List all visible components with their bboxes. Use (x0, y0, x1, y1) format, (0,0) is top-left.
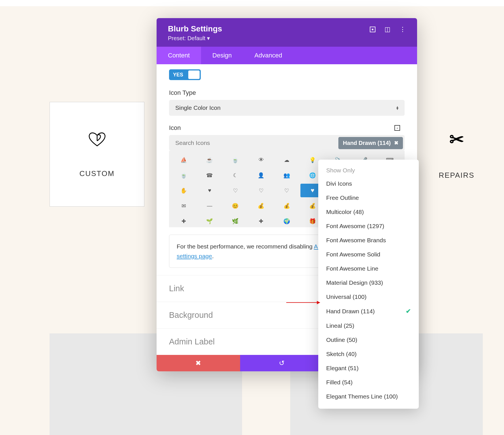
filter-option[interactable]: Filled (54) (318, 375, 419, 389)
icon-option[interactable]: 💰 (275, 199, 299, 213)
dropdown-header: Show Only (318, 164, 419, 177)
icon-option[interactable]: ✉ (172, 199, 196, 213)
icon-option[interactable]: 🌍 (275, 214, 299, 227)
blurb-settings-modal: Blurb Settings Preset: Default ▾ ▪ ◫ ⋮ C… (157, 18, 417, 371)
icon-option[interactable]: ♡ (249, 184, 273, 197)
tab-advanced[interactable]: Advanced (243, 47, 294, 64)
icon-search-row: Hand Drawn (114) ✖ (169, 135, 405, 151)
expand-icon[interactable]: ▪ (370, 26, 375, 33)
icon-option[interactable]: ♥ (198, 184, 222, 197)
filter-option[interactable]: Divi Icons (318, 177, 419, 191)
preview-card-custom: CUSTOM (50, 102, 144, 207)
filter-option[interactable]: Font Awesome Brands (318, 233, 419, 247)
more-icon[interactable]: ⋮ (400, 26, 406, 33)
check-icon: ✔ (406, 308, 411, 315)
icon-option[interactable]: — (198, 199, 222, 213)
select-arrows-icon: ▴▾ (396, 106, 398, 110)
icon-option[interactable]: ✋ (172, 184, 196, 197)
icon-type-label: Icon Type (157, 83, 417, 100)
icon-option[interactable]: ✚ (172, 214, 196, 227)
columns-icon[interactable]: ◫ (385, 26, 390, 33)
card-label: CUSTOM (79, 169, 114, 178)
icon-option[interactable]: 😊 (223, 199, 247, 213)
heart-leaf-icon (86, 130, 108, 148)
icon-option[interactable]: 🌿 (223, 214, 247, 227)
icon-option[interactable]: ♡ (223, 184, 247, 197)
preview-card-repairs: ✂ REPAIRS (409, 102, 504, 207)
icon-option[interactable]: ☕ (198, 153, 222, 167)
icon-option[interactable]: 👁 (249, 153, 273, 167)
filter-option[interactable]: Material Design (933) (318, 276, 419, 290)
icon-option[interactable]: 👥 (275, 168, 299, 182)
tab-content[interactable]: Content (157, 47, 201, 64)
icon-option[interactable]: ♡ (275, 184, 299, 197)
filter-dropdown: Show Only Divi IconsFree OutlineMulticol… (318, 160, 419, 409)
icon-option[interactable]: ⛵ (172, 153, 196, 167)
undo-button[interactable]: ↺ (240, 355, 324, 371)
preset-selector[interactable]: Preset: Default ▾ (168, 35, 222, 42)
icon-option[interactable]: ☎ (198, 168, 222, 182)
icon-option[interactable]: 🍵 (223, 153, 247, 167)
toggle-knob (188, 70, 200, 79)
card-label: REPAIRS (439, 171, 474, 180)
icon-option[interactable]: 🍵 (172, 168, 196, 182)
filter-option[interactable]: Universal (100) (318, 290, 419, 304)
modal-header: Blurb Settings Preset: Default ▾ ▪ ◫ ⋮ (157, 18, 417, 47)
icon-option[interactable]: 👤 (249, 168, 273, 182)
filter-chip-hand-drawn[interactable]: Hand Drawn (114) ✖ (338, 137, 403, 149)
close-icon[interactable]: ✖ (394, 140, 398, 146)
yes-toggle[interactable]: YES (169, 69, 201, 80)
scissors-icon: ✂ (449, 129, 464, 150)
filter-option[interactable]: Lineal (25) (318, 319, 419, 333)
filter-option[interactable]: Font Awesome Line (318, 262, 419, 276)
filter-option[interactable]: Hand Drawn (114)✔ (318, 304, 419, 319)
modal-title: Blurb Settings (168, 24, 222, 33)
filter-option[interactable]: Outline (50) (318, 333, 419, 347)
icon-option[interactable]: ✚ (249, 214, 273, 227)
filter-option[interactable]: Font Awesome Solid (318, 247, 419, 262)
filter-option[interactable]: Free Outline (318, 191, 419, 205)
expand-icon[interactable]: ▪ (394, 125, 400, 131)
filter-option[interactable]: Multicolor (48) (318, 205, 419, 219)
tab-design[interactable]: Design (201, 47, 243, 64)
icon-label: Icon (169, 124, 181, 132)
icon-type-select[interactable]: Single Color Icon ▴▾ (169, 100, 405, 116)
filter-option[interactable]: Elegant (51) (318, 361, 419, 375)
search-icons-input[interactable] (169, 135, 337, 151)
cancel-button[interactable]: ✖ (157, 355, 240, 371)
icon-option[interactable]: ☾ (223, 168, 247, 182)
annotation-arrow (286, 302, 320, 303)
icon-option[interactable]: 💰 (249, 199, 273, 213)
icon-option[interactable]: ☁ (275, 153, 299, 167)
filter-option[interactable]: Elegant Themes Line (100) (318, 389, 419, 404)
filter-option[interactable]: Sketch (40) (318, 347, 419, 361)
filter-option[interactable]: Font Awesome (1297) (318, 219, 419, 233)
icon-option[interactable]: 🌱 (198, 214, 222, 227)
tabs: Content Design Advanced (157, 47, 417, 64)
